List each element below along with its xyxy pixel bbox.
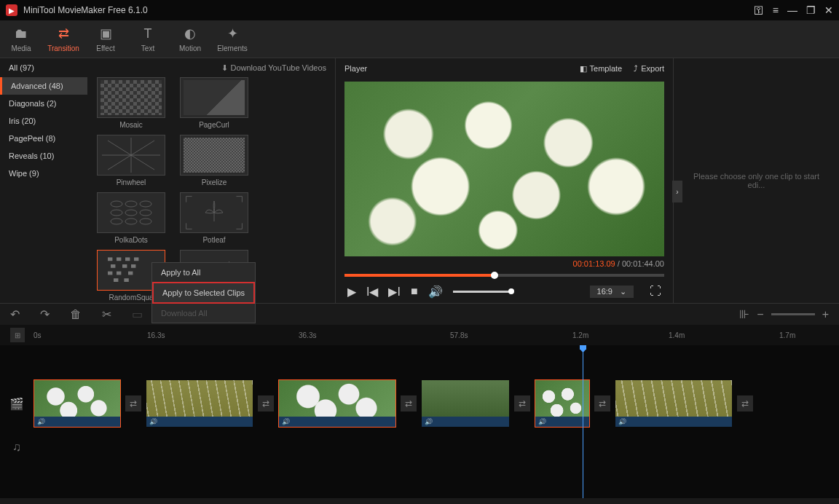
template-button[interactable]: ◧ Template xyxy=(580,64,623,74)
ctx-apply-all[interactable]: Apply to All xyxy=(152,263,255,282)
clip-audio-bar: 🔊 xyxy=(422,417,509,427)
minimize-button[interactable]: — xyxy=(787,4,797,16)
side-toggle[interactable]: › xyxy=(672,181,682,202)
prev-button[interactable]: I◀ xyxy=(366,285,378,299)
svg-point-15 xyxy=(125,218,137,224)
current-time: 00:01:13.09 xyxy=(573,259,615,268)
svg-rect-22 xyxy=(122,264,127,268)
svg-line-2 xyxy=(131,141,154,155)
category-diagonals[interactable]: Diagonals (2) xyxy=(0,95,87,112)
svg-point-13 xyxy=(140,210,151,216)
fullscreen-button[interactable]: ⛶ xyxy=(650,285,661,298)
tab-transition[interactable]: ⇄ Transition xyxy=(42,20,84,58)
stop-button[interactable]: ■ xyxy=(411,285,418,298)
zoom-in-button[interactable]: + xyxy=(822,308,829,321)
timeline-ruler[interactable]: ⊞ 0s 16.3s 36.3s 57.8s 1.2m 1.4m 1.7m xyxy=(0,325,839,345)
ruler-tick: 0s xyxy=(34,331,42,339)
redo-button[interactable]: ↷ xyxy=(40,307,50,321)
transition-label: Pinwheel xyxy=(117,178,146,186)
layers-icon: ▣ xyxy=(100,25,112,42)
category-iris[interactable]: Iris (20) xyxy=(0,112,87,130)
transition-slot[interactable]: ⇄ xyxy=(514,395,530,412)
toolbar-tabs: 🖿 Media ⇄ Transition ▣ Effect T Text ◐ M… xyxy=(0,20,253,58)
category-list: Advanced (48) Diagonals (2) Iris (20) Pa… xyxy=(0,77,87,303)
volume-slider[interactable] xyxy=(453,291,511,293)
svg-rect-19 xyxy=(125,257,130,261)
tracks-area: 🎬 🔊⇄🔊⇄🔊⇄🔊⇄🔊⇄🔊⇄ ♫ xyxy=(0,345,839,498)
clip-audio-bar: 🔊 xyxy=(34,417,120,427)
timeline-clip[interactable]: 🔊 xyxy=(34,379,121,428)
svg-point-8 xyxy=(111,201,122,207)
video-track: 🎬 🔊⇄🔊⇄🔊⇄🔊⇄🔊⇄🔊⇄ xyxy=(0,374,839,433)
app-title: MiniTool MovieMaker Free 6.1.0 xyxy=(23,5,754,15)
swap-icon: ⇄ xyxy=(58,25,69,42)
preview-image xyxy=(344,82,664,256)
preview-area[interactable] xyxy=(344,82,664,256)
transition-slot[interactable]: ⇄ xyxy=(737,395,753,412)
svg-rect-26 xyxy=(128,272,133,275)
svg-point-12 xyxy=(125,210,137,216)
category-wipe[interactable]: Wipe (9) xyxy=(0,165,87,182)
zoom-controls: ⊪ − + xyxy=(739,307,829,321)
folder-icon: 🖿 xyxy=(15,26,28,42)
progress-handle[interactable] xyxy=(491,272,498,279)
timeline-clip[interactable]: 🔊 xyxy=(421,379,510,428)
tab-motion[interactable]: ◐ Motion xyxy=(169,20,211,58)
crop-button[interactable]: ▭ xyxy=(132,307,143,321)
cut-button[interactable]: ✂ xyxy=(102,307,111,321)
add-track-button[interactable]: ⊞ xyxy=(10,328,25,342)
category-advanced[interactable]: Advanced (48) xyxy=(0,77,87,95)
main-area: All (97) ⬇ Download YouTube Videos Advan… xyxy=(0,58,839,303)
ruler-tick: 1.7m xyxy=(779,331,795,339)
undo-button[interactable]: ↶ xyxy=(10,307,20,321)
download-icon: ⬇ xyxy=(221,63,228,73)
speaker-icon: 🔊 xyxy=(425,418,433,425)
maximize-button[interactable]: ❐ xyxy=(806,4,816,16)
transition-pinwheel[interactable]: Pinwheel xyxy=(95,135,168,186)
volume-icon[interactable]: 🔊 xyxy=(428,285,443,299)
close-button[interactable]: ✕ xyxy=(824,4,833,16)
category-pagepeel[interactable]: PagePeel (8) xyxy=(0,130,87,147)
timeline-clip[interactable]: 🔊 xyxy=(535,379,590,428)
clips-area[interactable]: 🔊⇄🔊⇄🔊⇄🔊⇄🔊⇄🔊⇄ xyxy=(34,374,839,433)
svg-point-16 xyxy=(140,218,151,224)
svg-rect-25 xyxy=(117,272,121,275)
download-youtube-link[interactable]: ⬇ Download YouTube Videos xyxy=(221,63,327,73)
audio-track-icon: ♫ xyxy=(0,441,34,454)
transition-mosaic[interactable]: Mosaic xyxy=(95,77,168,129)
timeline-clip[interactable]: 🔊 xyxy=(278,379,396,428)
tab-effect[interactable]: ▣ Effect xyxy=(84,20,127,58)
transition-potleaf[interactable]: Potleaf xyxy=(178,192,251,244)
transition-polkadots[interactable]: PolkaDots xyxy=(95,192,168,244)
timeline-clip[interactable]: 🔊 xyxy=(615,379,733,428)
transition-slot[interactable]: ⇄ xyxy=(401,395,417,412)
svg-line-6 xyxy=(108,155,131,170)
time-display: 00:01:13.09 / 00:01:44.00 xyxy=(342,259,667,268)
svg-rect-17 xyxy=(108,257,112,261)
fit-button[interactable]: ⊪ xyxy=(739,307,749,321)
delete-button[interactable]: 🗑 xyxy=(70,308,82,321)
transition-slot[interactable]: ⇄ xyxy=(125,395,141,412)
category-reveals[interactable]: Reveals (10) xyxy=(0,147,87,165)
hamburger-icon[interactable]: ≡ xyxy=(773,4,779,16)
timeline-clip[interactable]: 🔊 xyxy=(146,379,253,428)
svg-line-4 xyxy=(131,155,154,170)
export-button[interactable]: ⤴ Export xyxy=(634,64,664,74)
play-button[interactable]: ▶ xyxy=(347,285,356,299)
ctx-apply-selected[interactable]: Apply to Selected Clips xyxy=(152,282,255,304)
transition-pagecurl[interactable]: PageCurl xyxy=(178,77,251,129)
zoom-out-button[interactable]: − xyxy=(757,308,763,321)
transition-pixelize[interactable]: Pixelize xyxy=(178,135,251,186)
all-count[interactable]: All (97) xyxy=(9,63,34,72)
key-icon[interactable]: ⚿ xyxy=(754,4,764,16)
tab-text[interactable]: T Text xyxy=(127,20,169,58)
progress-bar[interactable] xyxy=(344,274,664,277)
transition-slot[interactable]: ⇄ xyxy=(594,395,610,412)
tab-media[interactable]: 🖿 Media xyxy=(0,20,42,58)
next-button[interactable]: ▶I xyxy=(388,285,400,299)
zoom-slider[interactable] xyxy=(771,313,815,315)
tab-elements[interactable]: ✦ Elements xyxy=(211,20,253,58)
transition-slot[interactable]: ⇄ xyxy=(258,395,274,412)
aspect-select[interactable]: 16:9 ⌄ xyxy=(590,286,634,298)
svg-line-0 xyxy=(108,141,131,155)
